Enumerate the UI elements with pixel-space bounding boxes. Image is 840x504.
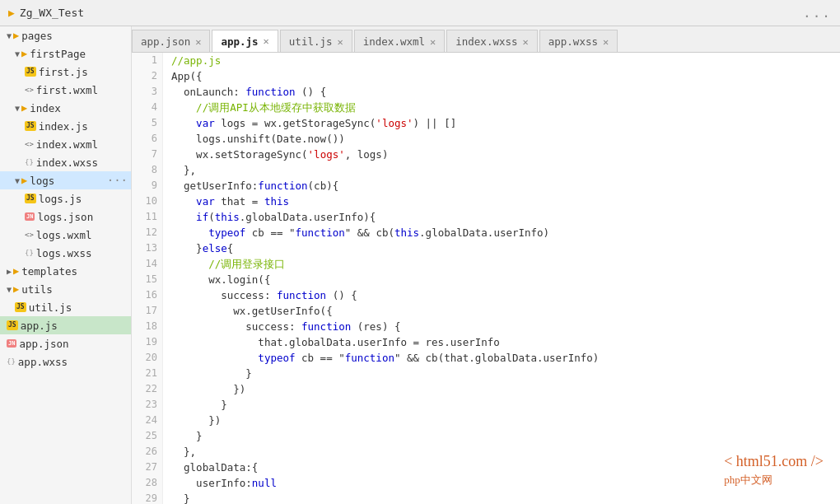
tab-index.wxss[interactable]: index.wxss✕ xyxy=(446,30,538,53)
code-line-19: that.globalData.userInfo = res.userInfo xyxy=(171,334,840,350)
sidebar-item-index.wxss[interactable]: {}index.wxss xyxy=(0,153,131,171)
sidebar-item-app.js[interactable]: JSapp.js xyxy=(0,316,131,334)
sidebar: ▼▶pages▼▶firstPageJSfirst.js<>first.wxml… xyxy=(0,26,132,504)
folder-icon: ▶ xyxy=(21,48,27,59)
tab-close-icon[interactable]: ✕ xyxy=(264,35,269,47)
line-number-7: 7 xyxy=(137,147,157,162)
line-number-4: 4 xyxy=(137,100,157,115)
line-number-20: 20 xyxy=(137,350,157,366)
sidebar-item-firstPage[interactable]: ▼▶firstPage xyxy=(0,44,131,63)
js-icon: JS xyxy=(7,320,18,330)
sidebar-item-first.js[interactable]: JSfirst.js xyxy=(0,63,131,81)
code-line-5: var logs = wx.getStorageSync('logs') || … xyxy=(171,115,840,131)
sidebar-item-label: util.js xyxy=(29,301,72,314)
code-line-11: if(this.globalData.userInfo){ xyxy=(171,209,840,225)
sidebar-item-logs.json[interactable]: JNlogs.json xyxy=(0,208,131,226)
tab-index.wxml[interactable]: index.wxml✕ xyxy=(354,30,446,53)
sidebar-item-logs.wxss[interactable]: {}logs.wxss xyxy=(0,244,131,262)
wxml-icon: <> xyxy=(25,140,34,148)
title-more[interactable]: ... xyxy=(803,5,832,21)
sidebar-item-label: utils xyxy=(21,283,53,296)
title-bar: ▶ Zg_WX_Test ... xyxy=(0,0,840,26)
wxss-icon: {} xyxy=(25,158,34,166)
code-line-12: typeof cb == "function" && cb(this.globa… xyxy=(171,225,840,240)
tab-label: index.wxml xyxy=(363,35,425,48)
sidebar-item-label: index.wxml xyxy=(36,138,98,151)
sidebar-item-label: app.js xyxy=(21,320,58,332)
arrow-icon: ▼ xyxy=(15,49,20,58)
sidebar-item-logs[interactable]: ▼▶logs··· xyxy=(0,171,131,189)
code-line-13: }else{ xyxy=(171,240,840,256)
main-layout: ▼▶pages▼▶firstPageJSfirst.js<>first.wxml… xyxy=(0,26,840,504)
code-lines: //app.jsApp({ onLaunch: function () { //… xyxy=(163,53,840,504)
js-icon: JS xyxy=(15,302,26,312)
tab-close-icon[interactable]: ✕ xyxy=(338,36,343,48)
tab-app.json[interactable]: app.json✕ xyxy=(132,30,210,53)
line-number-24: 24 xyxy=(137,413,157,428)
line-number-29: 29 xyxy=(137,491,157,504)
folder-icon: ▶ xyxy=(21,102,27,114)
line-number-15: 15 xyxy=(137,272,157,287)
tab-close-icon[interactable]: ✕ xyxy=(523,36,529,48)
line-number-1: 1 xyxy=(137,53,157,68)
line-number-12: 12 xyxy=(137,225,157,240)
line-number-18: 18 xyxy=(137,319,157,334)
tab-label: index.wxss xyxy=(455,35,517,48)
line-number-14: 14 xyxy=(137,256,157,272)
code-line-16: success: function () { xyxy=(171,287,840,303)
line-number-3: 3 xyxy=(137,84,157,100)
tab-close-icon[interactable]: ✕ xyxy=(603,36,609,48)
sidebar-item-label: logs.wxml xyxy=(36,229,92,241)
code-line-7: wx.setStorageSync('logs', logs) xyxy=(171,147,840,162)
sidebar-item-index[interactable]: ▼▶index xyxy=(0,99,131,117)
sidebar-item-index.js[interactable]: JSindex.js xyxy=(0,117,131,135)
arrow-icon: ▶ xyxy=(7,267,12,276)
code-line-18: success: function (res) { xyxy=(171,319,840,334)
code-line-2: App({ xyxy=(171,68,840,84)
line-number-21: 21 xyxy=(137,366,157,381)
line-number-27: 27 xyxy=(137,460,157,475)
line-number-26: 26 xyxy=(137,444,157,460)
line-number-17: 17 xyxy=(137,303,157,319)
line-number-22: 22 xyxy=(137,381,157,397)
code-line-6: logs.unshift(Date.now()) xyxy=(171,131,840,147)
sidebar-item-index.wxml[interactable]: <>index.wxml xyxy=(0,135,131,153)
sidebar-item-label: index xyxy=(30,102,61,114)
more-icon[interactable]: ··· xyxy=(107,174,128,187)
sidebar-item-first.wxml[interactable]: <>first.wxml xyxy=(0,81,131,99)
sidebar-item-label: pages xyxy=(21,30,53,42)
json-icon: JN xyxy=(25,212,35,221)
sidebar-item-logs.wxml[interactable]: <>logs.wxml xyxy=(0,226,131,244)
tab-close-icon[interactable]: ✕ xyxy=(430,36,436,48)
code-line-14: //调用登录接口 xyxy=(171,256,840,272)
arrow-icon: ▼ xyxy=(7,31,12,40)
code-line-25: } xyxy=(171,428,840,444)
tab-label: app.json xyxy=(141,35,190,48)
code-line-21: } xyxy=(171,366,840,381)
code-line-20: typeof cb == "function" && cb(that.globa… xyxy=(171,350,840,366)
tab-app.js[interactable]: app.js✕ xyxy=(212,30,278,53)
sidebar-item-templates[interactable]: ▶▶templates xyxy=(0,262,131,280)
line-number-25: 25 xyxy=(137,428,157,444)
tab-close-icon[interactable]: ✕ xyxy=(195,36,201,48)
sidebar-item-label: logs.json xyxy=(37,211,93,223)
sidebar-item-label: app.json xyxy=(19,338,68,350)
folder-icon-title: ▶ xyxy=(8,7,15,19)
js-icon: JS xyxy=(25,194,36,203)
code-line-8: }, xyxy=(171,162,840,178)
code-line-29: } xyxy=(171,491,840,504)
code-line-1: //app.js xyxy=(171,53,840,68)
sidebar-item-app.json[interactable]: JNapp.json xyxy=(0,334,131,352)
line-number-28: 28 xyxy=(137,475,157,491)
code-line-22: }) xyxy=(171,381,840,397)
sidebar-item-logs.js[interactable]: JSlogs.js xyxy=(0,189,131,208)
sidebar-item-label: firstPage xyxy=(30,48,86,60)
tab-app.wxss[interactable]: app.wxss✕ xyxy=(539,30,618,53)
code-line-10: var that = this xyxy=(171,194,840,209)
sidebar-item-utils[interactable]: ▼▶utils xyxy=(0,280,131,298)
sidebar-item-util.js[interactable]: JSutil.js xyxy=(0,298,131,316)
sidebar-item-pages[interactable]: ▼▶pages xyxy=(0,26,131,44)
tab-util.js[interactable]: util.js✕ xyxy=(280,30,352,53)
sidebar-item-app.wxss[interactable]: {}app.wxss xyxy=(0,352,131,371)
sidebar-item-label: index.wxss xyxy=(36,156,98,169)
